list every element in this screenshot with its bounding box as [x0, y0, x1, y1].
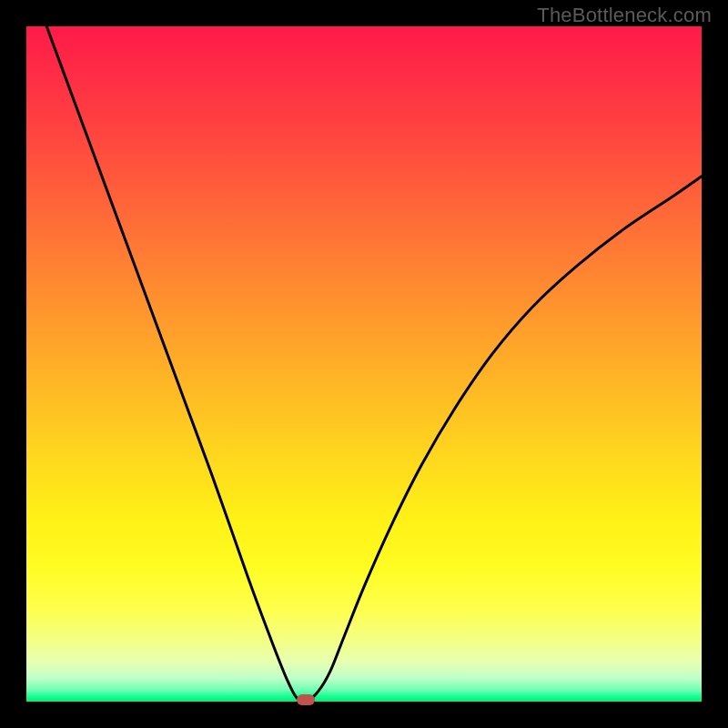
minimum-point-marker [297, 694, 315, 705]
bottleneck-curve-svg [26, 26, 702, 702]
bottleneck-curve [46, 26, 702, 702]
watermark-text: TheBottleneck.com [537, 4, 712, 27]
